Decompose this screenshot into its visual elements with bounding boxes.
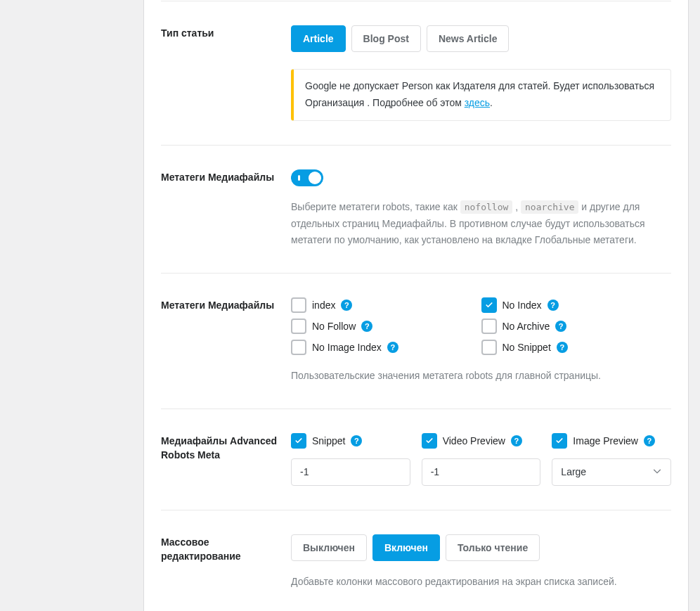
article-type-blogpost-button[interactable]: Blog Post — [351, 25, 421, 52]
media-robots-meta-label: Метатеги Медиафайлы — [161, 297, 291, 385]
media-robots-toggle-row: Метатеги Медиафайлы Выберите метатеги ro… — [161, 145, 671, 273]
image-preview-value: Large — [561, 466, 586, 477]
no-index-checkbox[interactable] — [481, 297, 497, 313]
media-robots-meta-desc: Пользовательские значения метатега robot… — [291, 368, 671, 385]
no-snippet-checkbox[interactable] — [481, 340, 497, 355]
no-image-index-checkbox[interactable] — [291, 340, 306, 355]
noarchive-code: noarchive — [521, 200, 578, 214]
media-robots-toggle-label: Метатеги Медиафайлы — [161, 169, 291, 249]
advanced-robots-label: Медиафайлы Advanced Robots Meta — [161, 433, 291, 486]
video-preview-help-icon[interactable]: ? — [511, 435, 522, 446]
bulk-edit-on-button[interactable]: Включен — [372, 534, 440, 561]
media-robots-toggle-desc: Выберите метатеги robots, такие как nofo… — [291, 199, 671, 249]
advanced-robots-row: Медиафайлы Advanced Robots Meta Snippet … — [161, 409, 671, 510]
article-type-article-button[interactable]: Article — [291, 25, 346, 52]
article-type-notice: Google не допускает Person как Издателя … — [291, 69, 671, 121]
no-snippet-label: No Snippet — [503, 342, 551, 353]
chevron-down-icon — [652, 466, 662, 478]
article-type-buttons: Article Blog Post News Article — [291, 25, 671, 52]
index-label: index — [312, 300, 335, 311]
snippet-checkbox[interactable] — [291, 433, 306, 449]
no-index-label: No Index — [503, 300, 542, 311]
no-follow-label: No Follow — [312, 321, 356, 332]
snippet-label: Snippet — [312, 435, 345, 446]
index-help-icon[interactable]: ? — [341, 300, 352, 311]
bulk-edit-row: Массовое редактирование Выключен Включен… — [161, 510, 671, 611]
no-snippet-help-icon[interactable]: ? — [557, 342, 568, 353]
no-follow-checkbox[interactable] — [291, 319, 306, 334]
bulk-edit-off-button[interactable]: Выключен — [291, 534, 367, 561]
no-archive-help-icon[interactable]: ? — [555, 321, 566, 332]
notice-text-suffix: . — [490, 97, 493, 108]
no-image-index-label: No Image Index — [312, 342, 382, 353]
image-preview-select[interactable]: Large — [552, 458, 671, 486]
index-checkbox[interactable] — [291, 297, 306, 313]
no-image-index-help-icon[interactable]: ? — [387, 342, 398, 353]
snippet-help-icon[interactable]: ? — [351, 435, 362, 446]
video-preview-checkbox[interactable] — [422, 433, 437, 449]
media-robots-toggle[interactable] — [291, 169, 323, 186]
bulk-edit-label: Массовое редактирование — [161, 534, 291, 591]
article-type-label: Тип статьи — [161, 25, 291, 121]
image-preview-help-icon[interactable]: ? — [644, 435, 655, 446]
image-preview-label: Image Preview — [573, 435, 638, 446]
notice-link[interactable]: здесь — [465, 97, 490, 108]
bulk-edit-desc: Добавьте колонки массового редактировани… — [291, 574, 671, 591]
image-preview-checkbox[interactable] — [552, 433, 567, 449]
video-preview-input[interactable] — [422, 458, 541, 486]
bulk-edit-buttons: Выключен Включен Только чтение — [291, 534, 671, 561]
snippet-input[interactable] — [291, 458, 410, 486]
no-follow-help-icon[interactable]: ? — [361, 321, 372, 332]
nofollow-code: nofollow — [460, 200, 513, 214]
article-type-row: Тип статьи Article Blog Post News Articl… — [161, 1, 671, 145]
no-archive-label: No Archive — [503, 321, 550, 332]
no-index-help-icon[interactable]: ? — [547, 300, 559, 311]
video-preview-label: Video Preview — [443, 435, 505, 446]
article-type-newsarticle-button[interactable]: News Article — [427, 25, 510, 52]
media-robots-meta-row: Метатеги Медиафайлы index ? — [161, 273, 671, 409]
no-archive-checkbox[interactable] — [481, 319, 497, 334]
bulk-edit-readonly-button[interactable]: Только чтение — [446, 534, 540, 561]
